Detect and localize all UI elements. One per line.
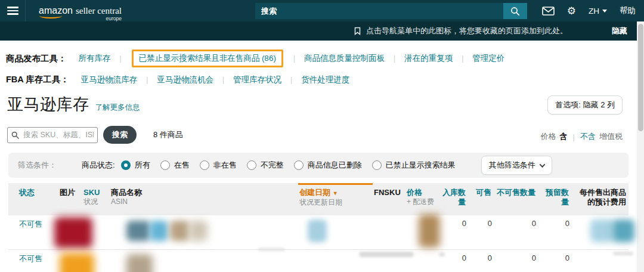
nav-link-potential-duplicates[interactable]: 潜在的重复项 (404, 53, 453, 64)
redacted-product-image (60, 253, 94, 272)
page-title: 亚马逊库存 (7, 94, 89, 115)
global-search-button[interactable] (503, 3, 527, 19)
seller-central-page: amazon seller central europe ⚙ ZH 帮助 (0, 0, 644, 272)
global-search-input[interactable] (255, 3, 503, 19)
cell-inbound-quantity: 0 (438, 215, 468, 249)
inventory-search-button[interactable]: 搜索 (103, 126, 137, 144)
column-header-available[interactable]: 可售 (468, 183, 494, 215)
sku-search-wrap (7, 127, 98, 143)
radio-button[interactable] (372, 160, 382, 170)
scrollbar-thumb[interactable] (638, 24, 643, 131)
language-selector[interactable]: ZH (589, 7, 607, 16)
column-header-price[interactable]: 价格 + 配送费 (405, 183, 438, 215)
nav-link-shipment-progress[interactable]: 货件处理进度 (301, 75, 349, 85)
chevron-down-icon (602, 10, 607, 13)
preferences-button[interactable]: 首选项: 隐藏 2 列 (547, 95, 623, 115)
column-header-inbound-quantity[interactable]: 入库数量 (438, 183, 468, 215)
bookmark-icon (354, 27, 361, 35)
column-header-unfulfillable-quantity[interactable]: 不可售数量 (494, 183, 538, 215)
column-header-reserved-quantity[interactable]: 预留数量 (538, 183, 571, 215)
nav-link-fba-opportunities[interactable]: 亚马逊物流机会 (157, 75, 213, 85)
redacted-product-image (54, 217, 92, 248)
redacted-sku-text (126, 254, 153, 272)
product-status-label: 商品状态: (82, 160, 115, 171)
vat-price-toggle: 价格 含 | 不含 增值税 (541, 131, 623, 142)
nav-link-manage-pricing[interactable]: 管理定价 (472, 53, 504, 64)
logo-suffix-text: seller central (76, 6, 122, 16)
fba-tools-nav: FBA 库存工具： 亚马逊物流库存 | 亚马逊物流机会 | 管理库存状况 | 货… (6, 74, 637, 85)
radio-option-incomplete[interactable]: 不完整 (247, 160, 284, 171)
main-content: 商品发布工具： 所有库存 | 已禁止显示搜索结果且非在售商品 (86) | 商品… (0, 41, 637, 272)
cell-reserved-quantity: 0 (538, 250, 571, 272)
logo-region-text: europe (106, 16, 122, 21)
radio-option-active[interactable]: 在售 (160, 160, 190, 171)
favorites-hint-message: 点击导航菜单中的此图标，将您要收藏的页面添加到此处。 (354, 21, 568, 41)
radio-button[interactable] (160, 160, 170, 170)
cell-available: 0 (468, 215, 494, 249)
nav-link-all-inventory[interactable]: 所有库存 (79, 53, 111, 64)
radio-button[interactable] (200, 160, 209, 170)
column-header-created-date-sorted[interactable]: 创建日期 ▼ 状况更新日期 (298, 183, 373, 215)
column-header-image: 图片 (58, 183, 82, 215)
amazon-seller-central-logo[interactable]: amazon seller central europe (39, 5, 122, 16)
nav-link-listing-quality-dashboard[interactable]: 商品信息质量控制面板 (304, 53, 385, 64)
redacted-created-date (308, 220, 327, 242)
redacted-faint-text (613, 252, 633, 255)
sku-search-input[interactable] (7, 127, 98, 143)
fba-tools-label: FBA 库存工具： (6, 74, 69, 85)
messages-envelope-icon[interactable] (542, 7, 555, 16)
nav-link-fba-inventory[interactable]: 亚马逊物流库存 (81, 75, 138, 85)
row-status-link[interactable]: 不可售 (19, 220, 42, 228)
cell-reserved-quantity: 0 (538, 215, 571, 249)
nav-separator: | (120, 54, 122, 63)
listing-tools-label: 商品发布工具： (6, 53, 67, 64)
redacted-fnsku (419, 214, 440, 248)
page-title-row: 亚马逊库存 了解更多信息 (7, 94, 637, 115)
column-header-sku[interactable]: SKU 状况 (82, 183, 110, 215)
radio-option-inactive[interactable]: 非在售 (200, 160, 237, 171)
redacted-product-name-text (170, 221, 190, 241)
top-navigation-bar: amazon seller central europe ⚙ ZH 帮助 (0, 0, 644, 21)
nav-separator: | (146, 76, 148, 84)
price-excl-vat-option[interactable]: 不含 (580, 131, 596, 142)
redacted-fee-value (612, 220, 634, 242)
radio-button[interactable] (294, 160, 304, 170)
radio-button-checked[interactable] (121, 160, 131, 170)
column-header-product-name[interactable]: 商品名称 ASIN (110, 183, 298, 215)
filter-panel: 筛选条件： 商品状态: 所有 在售 非在售 不完整 商品信息已删除 (8, 153, 628, 178)
nav-link-manage-inventory-health[interactable]: 管理库存状况 (233, 75, 281, 85)
help-link[interactable]: 帮助 (620, 5, 636, 16)
highlight-box: 已禁止显示搜索结果且非在售商品 (86) (132, 50, 283, 67)
learn-more-link[interactable]: 了解更多信息 (95, 103, 140, 113)
radio-option-search-suppressed[interactable]: 已禁止显示搜索结果 (372, 160, 456, 171)
nav-separator: | (394, 54, 395, 63)
radio-option-listing-removed[interactable]: 商品信息已删除 (294, 160, 362, 171)
nav-separator: | (293, 54, 295, 63)
nav-separator: | (222, 76, 224, 84)
search-icon (510, 7, 520, 16)
cell-unfulfillable-quantity: 0 (494, 250, 538, 272)
main-menu-hamburger-button[interactable] (0, 0, 25, 21)
favorites-hint-text: 点击导航菜单中的此图标，将您要收藏的页面添加到此处。 (366, 26, 568, 36)
nav-link-suppressed-inactive[interactable]: 已禁止显示搜索结果且非在售商品 (86) (139, 54, 276, 63)
column-header-status[interactable]: 状态 (8, 183, 58, 215)
column-header-fee-per-unit-sold: 每件售出商品的预计费用 (571, 183, 628, 215)
nav-separator: | (290, 76, 292, 84)
radio-option-all[interactable]: 所有 (121, 160, 150, 171)
redacted-fee-value (590, 220, 614, 242)
more-filters-dropdown[interactable]: 其他筛选条件 (481, 156, 552, 175)
sort-desc-icon: ▼ (333, 190, 338, 196)
chevron-down-icon (539, 162, 545, 168)
cell-available: 0 (468, 250, 494, 272)
vertical-scrollbar[interactable] (637, 21, 644, 272)
vat-toggle-divider: | (573, 132, 575, 141)
price-incl-vat-option[interactable]: 含 (560, 131, 568, 142)
language-code: ZH (589, 7, 599, 16)
column-header-fnsku: FNSKU (373, 183, 405, 215)
radio-button[interactable] (247, 160, 256, 170)
table-row: 不可售 0 0 0 0 (8, 250, 628, 272)
hide-favorites-bar-link[interactable]: 隐藏 (612, 21, 627, 41)
settings-gear-icon[interactable]: ⚙ (567, 6, 576, 16)
inventory-table-header: 状态 图片 SKU 状况 商品名称 ASIN 创建日期 ▼ 状况更新日期 FNS… (8, 183, 628, 215)
row-status-link[interactable]: 不可售 (19, 254, 42, 263)
